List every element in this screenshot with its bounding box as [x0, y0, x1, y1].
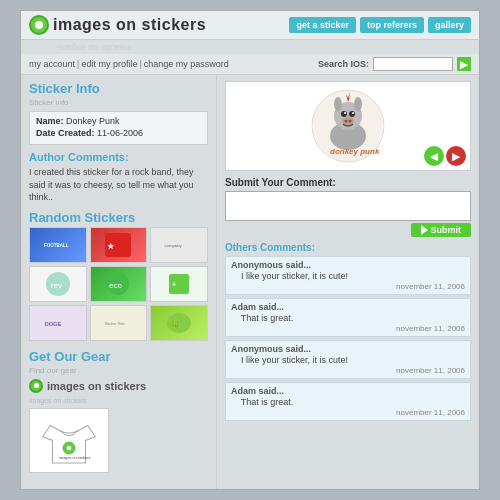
sticker-info-subtitle: Sticker info: [29, 98, 208, 107]
svg-point-20: [334, 97, 342, 111]
page-wrapper: images on stickers get a sticker top ref…: [20, 10, 480, 490]
sticker-thumb-4[interactable]: rev: [29, 266, 87, 302]
comment-item-1: Adam said... That is great. november 11,…: [225, 298, 471, 337]
sticker-thumb-5[interactable]: eco: [90, 266, 148, 302]
sticker-img-4: rev: [30, 267, 86, 301]
change-password-link[interactable]: change my password: [144, 59, 229, 69]
svg-text:donkey punk: donkey punk: [330, 147, 380, 156]
sticker-next-button[interactable]: ▶: [446, 146, 466, 166]
svg-text:company: company: [165, 243, 183, 248]
svg-text:rev: rev: [51, 281, 62, 290]
tshirt-svg: images on stickers: [39, 413, 99, 468]
sticker-info-title: Sticker Info: [29, 81, 208, 96]
sticker-img-8: Sticker Star: [91, 306, 147, 340]
comment-text-2: I like your sticker, it is cute!: [231, 355, 465, 365]
logo-inner: [35, 21, 43, 29]
sticker-img-7: DOGE: [30, 306, 86, 340]
svg-text:★: ★: [107, 242, 115, 251]
submit-label: Submit: [431, 225, 462, 235]
comments-container: Anonymous said... I like your sticker, i…: [225, 256, 471, 421]
svg-text:images on stickers: images on stickers: [59, 456, 90, 460]
svg-point-27: [345, 120, 348, 123]
comment-date-3: november 11, 2006: [231, 408, 465, 417]
submit-play-icon: [421, 225, 428, 235]
comment-author-1: Adam said...: [231, 302, 465, 312]
sticker-thumb-2[interactable]: ★: [90, 227, 148, 263]
tshirt-preview[interactable]: images on stickers: [29, 408, 109, 473]
others-comments-title: Others Comments:: [225, 242, 471, 253]
sticker-img-1: FOOTBALL: [30, 228, 86, 262]
donkey-sticker-image: donkey punk: [308, 86, 388, 166]
comment-date-1: november 11, 2006: [231, 324, 465, 333]
svg-point-23: [349, 111, 355, 117]
sticker-img-6: +: [151, 267, 207, 301]
sticker-img-3: company: [151, 228, 207, 262]
sticker-img-9: 🍀: [151, 306, 207, 340]
submit-row: Submit: [225, 223, 471, 237]
author-comments-title: Author Comments:: [29, 151, 208, 163]
sticker-name-field: Name: Donkey Punk: [36, 116, 201, 126]
gear-logo-text: images on stickers: [47, 380, 146, 392]
sticker-thumb-9[interactable]: 🍀: [150, 305, 208, 341]
gallery-button[interactable]: gallery: [428, 17, 471, 33]
date-label: Date Created:: [36, 128, 95, 138]
gear-logo-icon: [29, 379, 43, 393]
gear-section: images on stickers images on stickers im…: [29, 379, 208, 473]
comment-item-2: Anonymous said... I like your sticker, i…: [225, 340, 471, 379]
account-bar: my account | edit my profile | change my…: [21, 54, 479, 75]
get-sticker-button[interactable]: get a sticker: [289, 17, 356, 33]
comment-text-1: That is great.: [231, 313, 465, 323]
svg-point-25: [352, 112, 354, 114]
comment-item-3: Adam said... That is great. november 11,…: [225, 382, 471, 421]
sticker-img-5: eco: [91, 267, 147, 301]
name-label: Name:: [36, 116, 64, 126]
comment-text-0: I like your sticker, it is cute!: [231, 271, 465, 281]
svg-point-21: [354, 97, 362, 111]
author-comment-text: I created this sticker for a rock band, …: [29, 166, 208, 204]
svg-point-24: [344, 112, 346, 114]
sticker-thumb-3[interactable]: company: [150, 227, 208, 263]
sticker-date-field: Date Created: 11-06-2006: [36, 128, 201, 138]
search-go-button[interactable]: ▶: [457, 57, 471, 71]
sticker-thumb-6[interactable]: +: [150, 266, 208, 302]
logo-icon: [29, 15, 49, 35]
sticker-preview-box: donkey punk ◀ ▶: [225, 81, 471, 171]
top-referers-button[interactable]: top referers: [360, 17, 424, 33]
gear-logo-inner: [34, 383, 39, 388]
sep1: |: [77, 59, 79, 69]
left-column: Sticker Info Sticker info Name: Donkey P…: [21, 75, 216, 490]
gear-section-subtitle: Find our gear: [29, 366, 208, 375]
comment-date-2: november 11, 2006: [231, 366, 465, 375]
sticker-action-buttons: ◀ ▶: [424, 146, 466, 166]
svg-text:Sticker Star: Sticker Star: [105, 321, 126, 326]
sticker-thumb-8[interactable]: Sticker Star: [90, 305, 148, 341]
account-links: my account | edit my profile | change my…: [29, 59, 229, 69]
comment-textarea[interactable]: [225, 191, 471, 221]
edit-profile-link[interactable]: edit my profile: [81, 59, 137, 69]
main-content: Sticker Info Sticker info Name: Donkey P…: [21, 75, 479, 490]
svg-point-22: [341, 111, 347, 117]
sep2: |: [139, 59, 141, 69]
sticker-thumb-7[interactable]: DOGE: [29, 305, 87, 341]
search-input[interactable]: [373, 57, 453, 71]
sticker-info-box: Name: Donkey Punk Date Created: 11-06-20…: [29, 111, 208, 145]
sticker-prev-button[interactable]: ◀: [424, 146, 444, 166]
svg-text:+: +: [172, 281, 176, 288]
sticker-thumb-1[interactable]: FOOTBALL: [29, 227, 87, 263]
svg-point-28: [349, 120, 352, 123]
search-area: Search IOS: ▶: [318, 57, 471, 71]
svg-text:DOGE: DOGE: [45, 321, 62, 327]
gear-logo-subtitle: images on stickers: [29, 397, 208, 404]
comment-item-0: Anonymous said... I like your sticker, i…: [225, 256, 471, 295]
my-account-link[interactable]: my account: [29, 59, 75, 69]
header: images on stickers get a sticker top ref…: [21, 11, 479, 40]
submit-comment-button[interactable]: Submit: [411, 223, 472, 237]
comment-author-3: Adam said...: [231, 386, 465, 396]
svg-text:🍀: 🍀: [171, 320, 180, 329]
logo-area: images on stickers: [29, 15, 206, 35]
comment-author-0: Anonymous said...: [231, 260, 465, 270]
svg-point-15: [67, 446, 72, 451]
sticker-img-2: ★: [91, 228, 147, 262]
comment-date-0: november 11, 2006: [231, 282, 465, 291]
gear-section-title: Get Our Gear: [29, 349, 208, 364]
